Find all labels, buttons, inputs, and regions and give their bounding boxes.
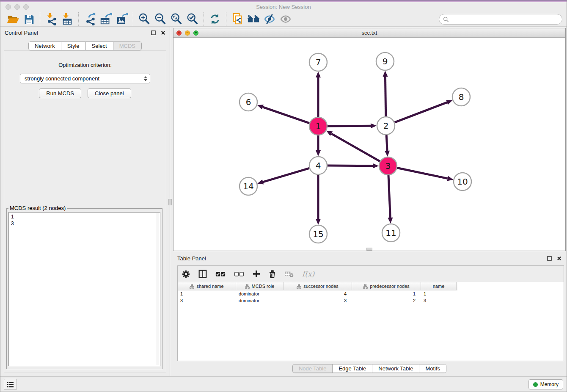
tab-group: NetworkStyleSelectMCDS xyxy=(28,41,142,50)
graph-node-10[interactable]: 10 xyxy=(454,173,471,190)
control-panel-title: Control Panel xyxy=(5,30,38,36)
graph-node-6[interactable]: 6 xyxy=(239,93,257,111)
select-all-icon[interactable] xyxy=(215,271,226,277)
graph-node-15[interactable]: 15 xyxy=(309,225,327,243)
optimization-criterion-select[interactable]: strongly connected component xyxy=(20,74,150,83)
svg-text:15: 15 xyxy=(313,229,323,239)
network-maximize-icon[interactable]: + xyxy=(193,30,198,36)
search-field[interactable] xyxy=(439,14,562,25)
gear-icon[interactable] xyxy=(182,270,190,278)
mcds-result-textarea[interactable]: 1 3 xyxy=(8,212,160,366)
graph-node-1[interactable]: 1 xyxy=(309,117,327,135)
table-cell[interactable]: 4 xyxy=(284,290,352,297)
graph-edge-1-6[interactable] xyxy=(263,107,309,123)
task-history-button[interactable] xyxy=(4,379,17,390)
deselect-all-icon[interactable] xyxy=(234,271,244,277)
export-image-icon[interactable] xyxy=(114,12,130,26)
graph-node-8[interactable]: 8 xyxy=(452,88,470,106)
table-cell[interactable]: 1 xyxy=(178,290,236,297)
graph-node-11[interactable]: 11 xyxy=(382,224,400,242)
clone-network-icon[interactable] xyxy=(229,12,245,26)
network-canvas[interactable]: 7968124314101511 xyxy=(173,38,565,251)
table-cell[interactable]: dominator xyxy=(236,290,284,297)
zoom-window-icon[interactable] xyxy=(23,4,29,10)
table-row[interactable]: 1dominator411 xyxy=(178,290,564,297)
graph-node-7[interactable]: 7 xyxy=(309,53,327,71)
eye-icon[interactable] xyxy=(278,12,294,26)
export-network-icon[interactable] xyxy=(82,12,98,26)
column-header-shared-name[interactable]: shared name xyxy=(178,282,236,290)
column-header-predecessor-nodes[interactable]: predecessor nodes xyxy=(352,282,421,290)
graph-edge-4-3[interactable] xyxy=(328,166,373,166)
network-view-window: scc.txt × − + 7968124314101511 xyxy=(173,28,566,251)
graph-node-9[interactable]: 9 xyxy=(376,52,394,70)
graph-edge-4-14[interactable] xyxy=(263,168,309,182)
graph-node-4[interactable]: 4 xyxy=(309,157,327,174)
tab-network[interactable]: Network xyxy=(29,42,61,50)
run-mcds-button[interactable]: Run MCDS xyxy=(39,88,81,98)
graph-edge-2-8[interactable] xyxy=(395,102,447,122)
open-folder-icon[interactable] xyxy=(5,12,21,26)
table-cell[interactable]: 3 xyxy=(421,297,457,304)
close-window-icon[interactable] xyxy=(6,4,11,10)
horizontal-splitter-handle[interactable] xyxy=(366,248,372,251)
graph-edge-3-10[interactable] xyxy=(397,168,448,179)
import-network-icon[interactable] xyxy=(43,12,59,26)
tab-style[interactable]: Style xyxy=(61,42,86,50)
window-title: Session: New Session xyxy=(0,4,567,10)
tab-mcds[interactable]: MCDS xyxy=(113,42,141,50)
column-header-name[interactable]: name xyxy=(421,282,457,290)
network-close-icon[interactable]: × xyxy=(176,30,182,36)
table-tab-node-table[interactable]: Node Table xyxy=(293,364,333,373)
table-cell[interactable]: 3 xyxy=(284,297,352,304)
homes-icon[interactable] xyxy=(245,12,261,26)
hierarchy-icon xyxy=(297,284,301,289)
minimize-window-icon[interactable] xyxy=(14,4,20,10)
graph-node-3[interactable]: 3 xyxy=(379,157,397,175)
float-panel-icon[interactable] xyxy=(151,30,156,35)
table-row[interactable]: 3dominator323 xyxy=(178,297,564,304)
zoom-fit-icon[interactable] xyxy=(168,12,184,26)
graph-node-2[interactable]: 2 xyxy=(377,117,395,135)
import-table-icon[interactable] xyxy=(59,12,75,26)
save-icon[interactable] xyxy=(21,12,37,26)
zoom-out-icon[interactable] xyxy=(152,12,168,26)
graph-node-14[interactable]: 14 xyxy=(239,177,257,195)
column-header-mcds-role[interactable]: MCDS role xyxy=(236,282,284,290)
graph-edge-2-3[interactable] xyxy=(386,135,387,151)
close-panel-icon[interactable] xyxy=(161,30,165,35)
table-cell[interactable]: 2 xyxy=(352,297,421,304)
graph-edge-3-1[interactable] xyxy=(331,134,380,161)
table-cell[interactable]: 1 xyxy=(352,290,421,297)
close-table-panel-icon[interactable] xyxy=(557,256,561,261)
graph-edge-1-2[interactable] xyxy=(328,126,371,126)
graph-edge-3-11[interactable] xyxy=(388,175,390,218)
table-tab-network-table[interactable]: Network Table xyxy=(372,364,419,373)
tab-select[interactable]: Select xyxy=(86,42,113,50)
table-cell[interactable]: 1 xyxy=(421,290,457,297)
refresh-icon[interactable] xyxy=(207,12,223,26)
memory-button[interactable]: Memory xyxy=(528,379,563,389)
toolbar-separator xyxy=(226,12,226,26)
close-panel-button[interactable]: Close panel xyxy=(88,88,131,98)
table-tab-group: Node TableEdge TableNetwork TableMotifs xyxy=(292,364,446,373)
network-minimize-icon[interactable]: − xyxy=(185,30,190,36)
hide-eye-icon[interactable] xyxy=(261,12,278,26)
result-scrollbar[interactable] xyxy=(156,213,160,365)
float-table-panel-icon[interactable] xyxy=(547,256,552,261)
table-tab-edge-table[interactable]: Edge Table xyxy=(333,364,372,373)
table-cell[interactable]: 3 xyxy=(178,297,236,304)
column-layout-icon[interactable] xyxy=(198,270,207,278)
graph-edge-2-9[interactable] xyxy=(385,77,386,116)
column-header-successor-nodes[interactable]: successor nodes xyxy=(284,282,352,290)
export-table-icon[interactable] xyxy=(98,12,114,26)
svg-text:9: 9 xyxy=(383,56,388,66)
vertical-splitter-handle[interactable] xyxy=(168,199,172,205)
search-input[interactable] xyxy=(451,16,558,22)
zoom-in-icon[interactable] xyxy=(136,12,152,26)
zoom-selected-icon[interactable] xyxy=(184,12,201,26)
table-tab-motifs[interactable]: Motifs xyxy=(419,364,446,373)
trash-icon[interactable] xyxy=(269,270,276,278)
add-column-icon[interactable] xyxy=(253,270,260,278)
table-cell[interactable]: dominator xyxy=(236,297,284,304)
